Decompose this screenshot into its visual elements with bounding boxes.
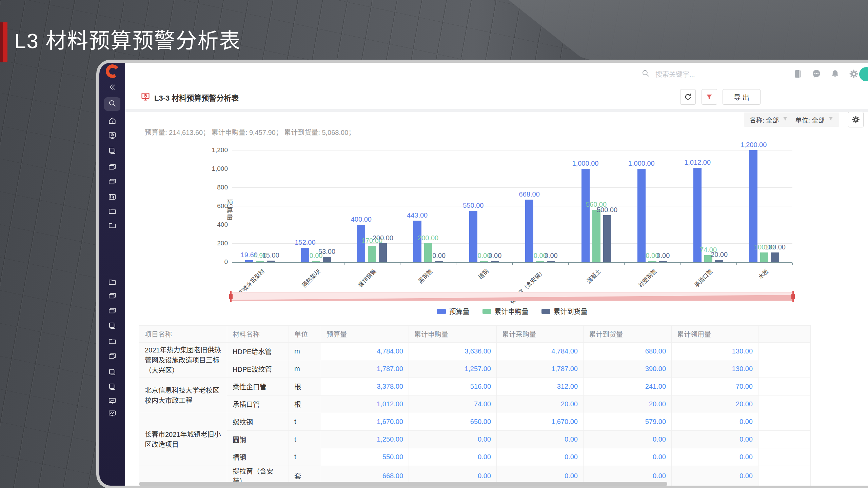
sidebar-item-monitor-chart-18[interactable] xyxy=(104,395,120,408)
bar-chart: 02004006008001,0001,200预算量粉末喷涂铝型材19.604.… xyxy=(232,150,792,262)
filter-chip-unit[interactable]: 单位: 全部 xyxy=(790,113,839,127)
collapse-icon xyxy=(108,83,117,93)
gear-icon[interactable] xyxy=(849,69,859,79)
x-axis-tick xyxy=(624,263,625,265)
bar-累计到货量-承插口管[interactable] xyxy=(715,260,723,262)
sidebar-item-folder-9[interactable] xyxy=(104,219,120,233)
bar-预算量-粉末喷涂铝型材[interactable] xyxy=(245,260,253,262)
sidebar-item-search-1[interactable] xyxy=(104,97,120,111)
sidebar-item-squares-4[interactable] xyxy=(104,145,120,158)
sidebar-item-windows-6[interactable] xyxy=(104,176,120,189)
slider-handle-left[interactable] xyxy=(230,291,232,302)
sidebar-item-monitor-chart-19[interactable] xyxy=(104,407,120,421)
bar-预算量-衬塑钢管[interactable] xyxy=(637,169,646,262)
book-icon[interactable] xyxy=(793,69,803,79)
value-cell: 20.00 xyxy=(584,395,672,413)
bar-预算量-槽钢[interactable] xyxy=(469,211,477,262)
filter-chip-name[interactable]: 名称: 全部 xyxy=(744,113,793,127)
bar-累计到货量-黑钢管[interactable] xyxy=(435,261,443,262)
bar-累计申购量-镀锌钢管[interactable] xyxy=(368,246,376,262)
column-header[interactable]: 材料名称 xyxy=(227,326,289,343)
monitor-chart-icon xyxy=(108,409,117,419)
global-search[interactable]: 搜索关键字... xyxy=(641,63,695,85)
sidebar-item-windows-11[interactable] xyxy=(104,290,120,303)
app-header: 搜索关键字... xyxy=(125,63,868,85)
sidebar-item-windows-5[interactable] xyxy=(104,161,120,175)
column-header[interactable]: 累计领用量 xyxy=(672,326,758,343)
ticket-yen-icon xyxy=(108,192,117,203)
chart-range-slider[interactable] xyxy=(231,292,793,301)
bar-累计申购量-提拉窗（含安装）[interactable] xyxy=(536,261,544,262)
column-header[interactable]: 累计采购量 xyxy=(497,326,584,343)
material-name-cell: 螺纹钢 xyxy=(227,413,289,431)
sidebar-item-ticket-yen-7[interactable] xyxy=(104,191,120,204)
user-avatar[interactable] xyxy=(859,67,868,81)
sidebar-item-windows-12[interactable] xyxy=(104,305,120,318)
bar-累计申购量-隔热垫块[interactable] xyxy=(312,261,320,262)
bar-累计到货量-木板[interactable] xyxy=(771,252,779,262)
bar-累计到货量-粉末喷涂铝型材[interactable] xyxy=(267,261,275,262)
bar-value-label: 1,000.00 xyxy=(572,160,599,167)
bar-累计申购量-混凝土[interactable] xyxy=(592,210,600,262)
sidebar-item-squares-13[interactable] xyxy=(104,320,120,333)
report-title-block: L3-3 材料预算预警分析表 xyxy=(141,85,239,109)
horizontal-scrollbar[interactable] xyxy=(139,482,667,486)
range-slider-preview xyxy=(231,292,793,301)
project-name-cell: 2021年热力集团老旧供热管网及设施改造项目三标（大兴区） xyxy=(139,343,227,378)
sidebar-item-squares-17[interactable] xyxy=(104,381,120,394)
bar-累计到货量-隔热垫块[interactable] xyxy=(323,257,331,262)
bar-累计到货量-提拉窗（含安装）[interactable] xyxy=(547,261,555,262)
sidebar-item-home-2[interactable] xyxy=(104,115,120,128)
bar-累计申购量-粉末喷涂铝型材[interactable] xyxy=(256,261,264,262)
bar-累计到货量-衬塑钢管[interactable] xyxy=(659,261,667,262)
bar-累计申购量-木板[interactable] xyxy=(760,252,768,262)
bar-累计到货量-混凝土[interactable] xyxy=(603,215,611,262)
column-header[interactable]: 预算量 xyxy=(321,326,409,343)
unit-cell: 根 xyxy=(289,378,321,395)
bar-预算量-混凝土[interactable] xyxy=(581,169,590,262)
header-icon-group xyxy=(793,63,859,85)
column-header[interactable]: 项目名称 xyxy=(139,326,227,343)
value-cell: 3,636.00 xyxy=(409,343,497,360)
table-settings-button[interactable] xyxy=(848,112,864,127)
bar-value-label: 152.00 xyxy=(295,239,315,246)
table-row: 北京信息科技大学老校区校内大市政工程柔性企口管根3,378.00516.0031… xyxy=(139,378,811,395)
sidebar-item-collapse-0[interactable] xyxy=(104,81,120,95)
filter-button[interactable] xyxy=(702,89,717,105)
export-button[interactable]: 导 出 xyxy=(723,89,761,105)
chat-icon[interactable] xyxy=(811,69,822,79)
sidebar-item-folder-10[interactable] xyxy=(104,276,120,289)
windows-icon xyxy=(108,352,117,362)
sidebar-item-monitor-pie-3[interactable] xyxy=(104,129,120,143)
sidebar-item-folder-14[interactable] xyxy=(104,335,120,349)
bar-累计申购量-衬塑钢管[interactable] xyxy=(648,261,656,262)
column-header[interactable]: 累计申购量 xyxy=(409,326,497,343)
refresh-button[interactable] xyxy=(680,89,696,105)
legend-item-累计到货量[interactable]: 累计到货量 xyxy=(541,306,588,316)
column-header[interactable]: 单位 xyxy=(289,326,321,343)
bar-累计到货量-镀锌钢管[interactable] xyxy=(379,243,387,262)
bar-value-label: 0.00 xyxy=(488,252,501,260)
bar-预算量-隔热垫块[interactable] xyxy=(301,248,309,262)
column-header[interactable]: 累计到货量 xyxy=(584,326,672,343)
bar-累计申购量-槽钢[interactable] xyxy=(480,261,488,262)
home-icon xyxy=(108,116,117,126)
sidebar-item-folder-8[interactable] xyxy=(104,205,120,219)
slider-handle-right[interactable] xyxy=(792,291,794,302)
sidebar-item-squares-16[interactable] xyxy=(104,366,120,380)
bell-icon[interactable] xyxy=(830,69,840,79)
bar-预算量-提拉窗（含安装）[interactable] xyxy=(525,200,533,262)
legend-item-预算量[interactable]: 预算量 xyxy=(437,306,470,316)
value-cell xyxy=(672,486,758,488)
sidebar-item-windows-15[interactable] xyxy=(104,350,120,364)
value-cell: 390.00 xyxy=(584,360,672,378)
bar-累计到货量-槽钢[interactable] xyxy=(491,261,499,262)
report-panel: 名称: 全部 单位: 全部 预算量: 214,613.60； 累计申购量: 9,… xyxy=(125,112,868,486)
y-tick-label: 1,000 xyxy=(201,165,228,172)
bar-累计申购量-黑钢管[interactable] xyxy=(424,243,432,262)
x-category-label: 承插口管 xyxy=(692,267,714,289)
data-table: 项目名称材料名称单位预算量累计申购量累计采购量累计到货量累计领用量2021年热力… xyxy=(139,325,810,488)
legend-item-累计申购量[interactable]: 累计申购量 xyxy=(482,306,529,316)
windows-icon xyxy=(108,177,117,187)
app-logo-icon[interactable] xyxy=(104,63,120,79)
